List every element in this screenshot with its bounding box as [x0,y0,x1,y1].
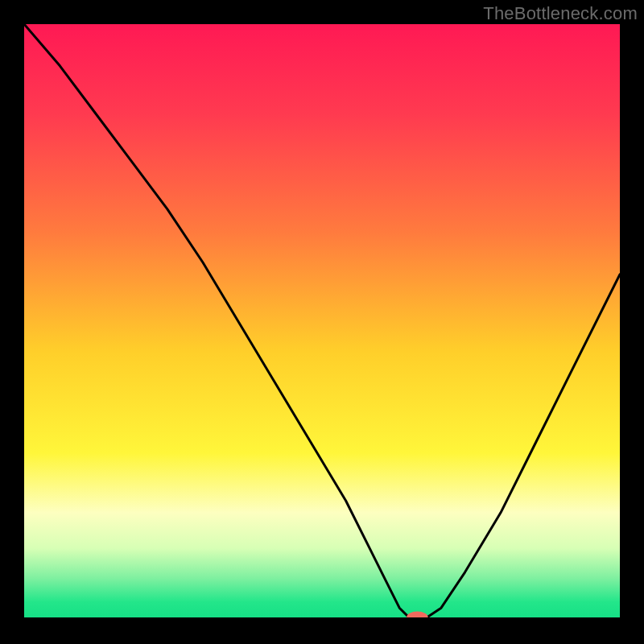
plot-area [24,24,620,620]
app-frame: TheBottleneck.com [0,0,644,644]
chart-svg [24,24,620,620]
chart-background [24,24,620,620]
baseline [24,617,620,620]
watermark-label: TheBottleneck.com [483,3,638,24]
